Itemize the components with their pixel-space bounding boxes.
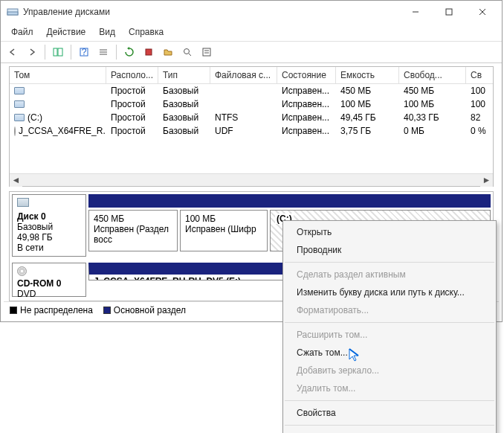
ctx-shrink[interactable]: Сжать том... — [283, 344, 496, 362]
close-button[interactable] — [465, 1, 499, 22]
app-icon — [7, 6, 19, 18]
ctx-add-mirror: Добавить зеркало... — [283, 362, 496, 379]
toolbar-properties-icon[interactable] — [198, 44, 216, 60]
table-row[interactable]: J_CCSA_X64FRE_R...ПростойБазовыйUDFИспра… — [10, 124, 493, 138]
menu-file[interactable]: Файл — [5, 25, 39, 39]
menu-view[interactable]: Вид — [93, 25, 121, 39]
cdrom-label[interactable]: CD-ROM 0 DVD — [12, 263, 86, 297]
menu-help[interactable]: Справка — [123, 25, 169, 39]
col-type[interactable]: Тип — [158, 67, 210, 83]
disk0-name: Диск 0 — [17, 211, 81, 222]
col-capacity[interactable]: Емкость — [336, 67, 399, 83]
volume-icon — [14, 114, 25, 121]
toolbar-list-icon[interactable] — [94, 44, 112, 60]
volume-icon — [14, 100, 25, 108]
cdrom-name: CD-ROM 0 — [17, 278, 81, 289]
context-menu[interactable]: Открыть Проводник Сделать раздел активны… — [282, 220, 497, 433]
titlebar[interactable]: Управление дисками — [1, 1, 502, 23]
table-row[interactable]: ПростойБазовыйИсправен...100 МБ100 МБ100 — [10, 97, 493, 111]
menubar: Файл Действие Вид Справка — [1, 23, 502, 42]
partition-100mb[interactable]: 100 МБ Исправен (Шифр — [180, 210, 268, 251]
col-fs[interactable]: Файловая с... — [210, 67, 277, 83]
volume-icon — [14, 87, 25, 94]
forward-button[interactable] — [23, 44, 41, 60]
col-volume[interactable]: Том — [10, 67, 106, 83]
disk0-state: В сети — [17, 243, 81, 253]
svg-rect-6 — [54, 48, 57, 56]
help-icon[interactable]: ? — [75, 44, 93, 60]
svg-point-14 — [184, 49, 190, 54]
refresh-icon[interactable] — [120, 44, 138, 60]
ctx-extend: Расширить том... — [283, 326, 496, 344]
toolbar: ? — [1, 42, 502, 63]
back-button[interactable] — [4, 44, 22, 60]
toolbar-settings-icon[interactable] — [140, 44, 158, 60]
disk0-size: 49,98 ГБ — [17, 232, 81, 243]
svg-rect-7 — [58, 48, 62, 56]
col-free[interactable]: Свобод... — [399, 67, 466, 83]
disk0-headerbar — [88, 194, 491, 208]
table-header[interactable]: Том Располо... Тип Файловая с... Состоян… — [10, 67, 493, 84]
legend-unallocated-swatch — [10, 307, 17, 314]
col-pct[interactable]: Св — [466, 67, 492, 83]
toolbar-search-icon[interactable] — [178, 44, 196, 60]
cd-icon — [17, 266, 27, 276]
svg-text:?: ? — [82, 47, 87, 57]
horizontal-scrollbar[interactable]: ◄ ► — [10, 173, 493, 186]
scroll-right-icon[interactable]: ► — [480, 174, 493, 187]
svg-line-15 — [189, 54, 191, 56]
ctx-make-active: Сделать раздел активным — [283, 266, 496, 283]
menu-action[interactable]: Действие — [41, 25, 92, 39]
minimize-button[interactable] — [398, 1, 432, 22]
scroll-left-icon[interactable]: ◄ — [10, 174, 22, 187]
svg-rect-3 — [446, 9, 452, 15]
toolbar-folder-icon[interactable] — [159, 44, 177, 60]
ctx-change-letter[interactable]: Изменить букву диска или путь к диску... — [283, 283, 496, 301]
table-row[interactable]: ПростойБазовыйИсправен...450 МБ450 МБ100 — [10, 84, 493, 97]
col-status[interactable]: Состояние — [277, 67, 336, 83]
disk0-kind: Базовый — [17, 222, 81, 232]
window-title: Управление дисками — [23, 7, 398, 17]
svg-rect-1 — [7, 12, 18, 15]
ctx-format: Форматировать... — [283, 301, 496, 319]
volume-table[interactable]: Том Располо... Тип Файловая с... Состоян… — [9, 66, 494, 187]
disk0-label[interactable]: Диск 0 Базовый 49,98 ГБ В сети — [12, 194, 86, 257]
ctx-open[interactable]: Открыть — [283, 223, 496, 241]
table-row[interactable]: (C:)ПростойБазовыйNTFSИсправен...49,45 Г… — [10, 111, 493, 124]
legend-primary-swatch — [103, 307, 111, 314]
svg-rect-16 — [203, 48, 210, 56]
col-layout[interactable]: Располо... — [106, 67, 158, 83]
ctx-explorer[interactable]: Проводник — [283, 241, 496, 259]
disk-icon — [17, 198, 29, 207]
cd-icon — [14, 126, 16, 136]
partition-450mb[interactable]: 450 МБ Исправен (Раздел восс — [88, 210, 178, 251]
ctx-help[interactable]: Справка — [283, 429, 496, 433]
maximize-button[interactable] — [432, 1, 465, 22]
svg-rect-13 — [146, 49, 152, 55]
ctx-delete: Удалить том... — [283, 379, 496, 397]
cdrom-kind: DVD — [17, 289, 81, 299]
ctx-properties[interactable]: Свойства — [283, 404, 496, 422]
toolbar-view-icon[interactable] — [49, 44, 67, 60]
